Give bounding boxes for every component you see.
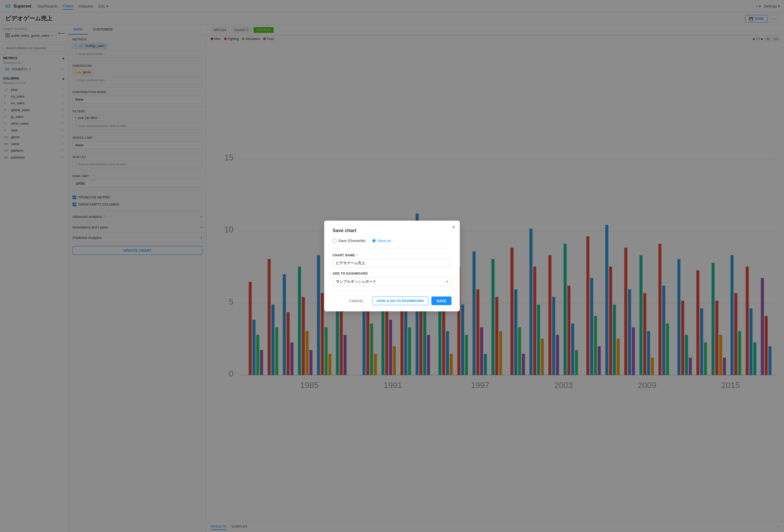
- dashboard-select-wrapper: サンプルダッシュボード: [333, 277, 451, 286]
- save-chart-modal: Save chart ✕ Save (Overwrite) Save as...…: [324, 221, 460, 311]
- chart-name-label: CHART NAME *: [333, 253, 451, 257]
- cancel-button[interactable]: CANCEL: [344, 297, 369, 305]
- save-modal-button[interactable]: SAVE: [431, 297, 451, 305]
- save-radio-group: Save (Overwrite) Save as...: [333, 239, 451, 243]
- dashboard-group: ADD TO DASHBOARD サンプルダッシュボード: [333, 272, 451, 286]
- chart-name-input[interactable]: [333, 259, 451, 268]
- save-go-to-dashboard-button[interactable]: SAVE & GO TO DASHBOARD: [372, 297, 428, 305]
- modal-overlay[interactable]: Save chart ✕ Save (Overwrite) Save as...…: [0, 0, 784, 532]
- radio-overwrite-label[interactable]: Save (Overwrite): [333, 239, 366, 243]
- radio-overwrite[interactable]: [333, 239, 337, 243]
- required-indicator: *: [357, 253, 358, 257]
- dashboard-select[interactable]: サンプルダッシュボード: [333, 277, 451, 286]
- dashboard-label: ADD TO DASHBOARD: [333, 272, 451, 275]
- radio-save-as[interactable]: [372, 239, 376, 243]
- radio-save-as-label[interactable]: Save as...: [372, 239, 394, 243]
- chart-name-group: CHART NAME *: [333, 253, 451, 268]
- modal-actions: CANCEL SAVE & GO TO DASHBOARD SAVE: [333, 297, 451, 305]
- radio-save-as-text: Save as...: [377, 239, 394, 243]
- modal-close-button[interactable]: ✕: [452, 225, 456, 229]
- modal-divider: [333, 248, 451, 248]
- modal-title: Save chart: [333, 228, 451, 233]
- radio-overwrite-text: Save (Overwrite): [338, 239, 366, 243]
